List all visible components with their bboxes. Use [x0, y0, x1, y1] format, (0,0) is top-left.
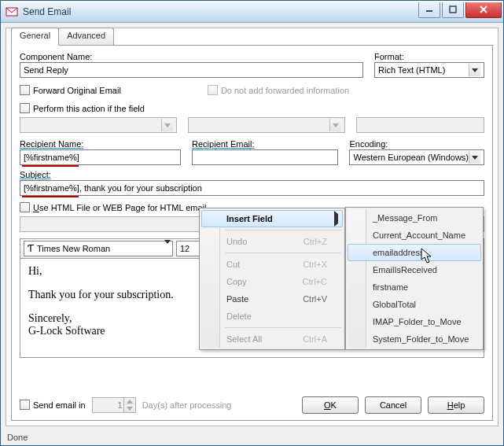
encoding-value: Western European (Windows) — [353, 153, 469, 162]
field-firstname[interactable]: firstname — [348, 278, 481, 296]
label-subject: Subject: — [20, 170, 484, 179]
menu-cut: CutCtrl+X — [201, 256, 343, 273]
recipient-name-input[interactable] — [20, 149, 181, 165]
title-bar[interactable]: Send Email — [1, 1, 503, 23]
insert-field-submenu[interactable]: _Message_From Current_Account_Name email… — [345, 207, 484, 350]
submenu-arrow-icon — [334, 214, 338, 223]
tab-panel-general: Component Name: Format: Rich Text (HTML)… — [11, 45, 493, 421]
minimize-button[interactable] — [418, 2, 440, 18]
tab-general[interactable]: General — [11, 28, 59, 46]
app-icon — [6, 6, 18, 18]
context-menu[interactable]: Insert Field UndoCtrl+Z CutCtrl+X CopyCt… — [199, 208, 345, 350]
font-family-select[interactable]: Ƭ Times New Roman — [24, 241, 173, 256]
label-encoding: Encoding: — [349, 139, 484, 149]
field-email-is-received[interactable]: EmailIsReceived — [348, 261, 481, 278]
send-email-window: Send Email General Advanced Component Na… — [0, 0, 504, 446]
close-button[interactable] — [465, 2, 502, 18]
label-days-after: Day(s) after processing — [142, 400, 232, 410]
help-button[interactable]: Help — [428, 396, 484, 414]
menu-select-all: Select AllCtrl+A — [201, 330, 343, 348]
tab-advanced[interactable]: Advanced — [58, 28, 114, 45]
field-emailaddress[interactable]: emailaddress — [348, 244, 481, 261]
format-select[interactable]: Rich Text (HTML) — [374, 62, 484, 78]
field-imap-folder-to-move[interactable]: IMAP_Folder_to_Move — [348, 313, 481, 330]
component-name-input[interactable] — [20, 62, 363, 78]
menu-paste[interactable]: PasteCtrl+V — [201, 290, 343, 308]
ok-button[interactable]: OK — [302, 396, 359, 414]
status-bar: Done — [1, 431, 503, 445]
svg-rect-1 — [426, 10, 432, 12]
menu-copy: CopyCtrl+C — [201, 273, 343, 290]
encoding-select[interactable]: Western European (Windows) — [349, 149, 484, 165]
chevron-down-icon — [469, 64, 480, 76]
days-spinner: 1 — [92, 397, 136, 413]
menu-delete: Delete — [201, 308, 343, 325]
label-recipient-email: Recipient Email: — [192, 139, 338, 149]
field-message-from[interactable]: _Message_From — [348, 209, 481, 227]
field-current-account-name[interactable]: Current_Account_Name — [348, 227, 481, 244]
cancel-button[interactable]: Cancel — [365, 396, 421, 414]
subject-input[interactable] — [20, 180, 484, 196]
chevron-down-icon — [469, 151, 480, 164]
window-title: Send Email — [23, 6, 417, 17]
red-underline-marker — [22, 165, 79, 167]
field-system-folder-to-move[interactable]: System_Folder_to_Move — [348, 330, 481, 348]
forward-original-checkbox[interactable]: Forward Original Email — [20, 85, 121, 95]
label-component-name: Component Name: — [20, 52, 363, 61]
send-email-in-checkbox[interactable]: Send email in — [20, 400, 86, 410]
svg-rect-2 — [450, 6, 456, 13]
chevron-down-icon — [164, 244, 171, 253]
red-underline-marker — [22, 196, 79, 197]
maximize-button[interactable] — [442, 2, 464, 18]
font-icon: Ƭ — [28, 242, 34, 255]
condition-field-select — [20, 117, 177, 133]
condition-op-select — [188, 117, 345, 133]
do-not-add-checkbox: Do not add forwarded information — [208, 85, 349, 95]
label-format: Format: — [374, 52, 484, 61]
client-area: General Advanced Component Name: Format:… — [6, 28, 498, 426]
perform-action-checkbox[interactable]: Perform this action if the field — [20, 103, 484, 113]
format-value: Rich Text (HTML) — [378, 65, 445, 75]
label-recipient-name: Recipient Name: — [20, 139, 181, 149]
condition-value-input — [356, 117, 484, 133]
menu-undo: UndoCtrl+Z — [201, 233, 343, 250]
field-global-total[interactable]: GlobalTotal — [348, 296, 481, 313]
menu-insert-field[interactable]: Insert Field — [201, 210, 343, 227]
recipient-email-input[interactable] — [192, 149, 338, 165]
